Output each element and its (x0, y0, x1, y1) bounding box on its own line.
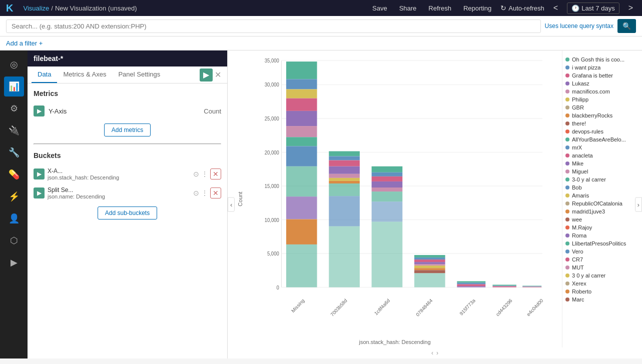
svg-rect-33 (329, 166, 360, 174)
search-input[interactable] (6, 20, 541, 33)
legend-dot (565, 66, 569, 70)
legend-item[interactable]: Oh Gosh this is coo... (565, 56, 639, 64)
run-button[interactable]: ▶ (200, 68, 213, 82)
legend-item[interactable]: there! (565, 120, 639, 128)
legend-item[interactable]: Roma (565, 232, 639, 240)
legend-text: wee (572, 216, 582, 222)
legend-item[interactable]: 3 0 y al carrer (565, 272, 639, 280)
y-axis-label: Count (237, 192, 243, 206)
legend-item[interactable]: mrX (565, 144, 639, 152)
svg-rect-18 (286, 62, 317, 79)
svg-text:35,000: 35,000 (265, 58, 280, 64)
sidebar-icon-tools[interactable]: 🔧 (4, 142, 24, 162)
sidebar-icon-plugins[interactable]: 🔌 (4, 120, 24, 140)
time-range-button[interactable]: 🕐 Last 7 days (567, 2, 619, 14)
bucket-dots-2[interactable]: ⋮ (201, 189, 208, 197)
svg-rect-65 (522, 286, 541, 287)
legend-item[interactable]: LlibertatPresosPolitics (565, 240, 639, 248)
legend-dot (565, 90, 569, 94)
legend-item[interactable]: Amaris (565, 192, 639, 200)
legend-item[interactable]: Roberto (565, 288, 639, 296)
legend-item[interactable]: CR7 (565, 256, 639, 264)
bucket-toggle-2[interactable]: ⊙ (193, 189, 199, 197)
bucket-toggle-1[interactable]: ⊙ (193, 170, 199, 178)
refresh-button[interactable]: Refresh (425, 2, 454, 14)
add-sub-buckets-button[interactable]: Add sub-buckets (98, 206, 157, 220)
legend-item[interactable]: madrid1juve3 (565, 208, 639, 216)
legend-item[interactable]: GBR (565, 104, 639, 112)
legend-item[interactable]: Vero (565, 248, 639, 256)
legend-text: Grafana is better (572, 72, 613, 78)
legend-dot (565, 98, 569, 102)
legend-text: mrX (572, 144, 582, 150)
legend-dot (565, 250, 569, 254)
legend-item[interactable]: i want pizza (565, 64, 639, 72)
sidebar-icon-play[interactable]: ▶ (4, 252, 24, 272)
chart-svg: 0 5,000 10,000 15,000 20,000 25,000 30,0… (258, 56, 552, 318)
metric-value: Count (204, 108, 221, 115)
sidebar-icon-home[interactable]: ◎ (4, 54, 24, 74)
reporting-button[interactable]: Reporting (460, 2, 494, 14)
svg-text:15,000: 15,000 (265, 184, 280, 189)
sidebar-icon-visualize[interactable]: 📊 (4, 76, 24, 96)
bucket-delete-1[interactable]: ✕ (210, 168, 221, 180)
legend-item[interactable]: Mike (565, 160, 639, 168)
chart-toggle-left-button[interactable]: ‹ (228, 198, 235, 212)
legend-item[interactable]: anacleta (565, 152, 639, 160)
legend-item[interactable]: Marc (565, 296, 639, 304)
sidebar-icon-alerts[interactable]: ⚡ (4, 186, 24, 206)
sidebar-icon-health[interactable]: 💊 (4, 164, 24, 184)
legend-item[interactable]: macnificos.com (565, 88, 639, 96)
legend-dot (565, 186, 569, 190)
sidebar-icon-shapes[interactable]: ⬡ (4, 230, 24, 250)
chart-toggle-right-button[interactable]: › (635, 198, 642, 212)
legend-item[interactable]: Xerex (565, 280, 639, 288)
legend-item[interactable]: Grafana is better (565, 72, 639, 80)
save-button[interactable]: Save (369, 2, 390, 14)
search-button[interactable]: 🔍 (617, 19, 636, 33)
panel-close-button[interactable]: ✕ (213, 68, 223, 82)
legend-dot (565, 218, 569, 222)
legend-item[interactable]: Bob (565, 184, 639, 192)
share-button[interactable]: Share (396, 2, 420, 14)
nav-prev-button[interactable]: < (550, 2, 561, 14)
chart-scroll-left-button[interactable]: ‹ (431, 350, 433, 356)
svg-rect-55 (414, 270, 445, 273)
legend-text: Roberto (572, 288, 591, 294)
auto-refresh-button[interactable]: ↻ Auto-refresh (500, 4, 544, 12)
sidebar-icon-discover[interactable]: ⚙ (4, 98, 24, 118)
svg-rect-43 (372, 182, 403, 188)
add-filter-button[interactable]: Add a filter + (6, 40, 43, 47)
legend-item[interactable]: Philipp (565, 96, 639, 104)
bucket-expand-button-1[interactable]: ▶ (34, 168, 45, 180)
legend-item[interactable]: Lukasz (565, 80, 639, 88)
tab-data[interactable]: Data (32, 66, 57, 83)
sidebar-icon-user[interactable]: 👤 (4, 208, 24, 228)
metrics-title: Metrics (34, 90, 221, 98)
tab-panel-settings[interactable]: Panel Settings (112, 66, 166, 83)
tab-metrics-axes[interactable]: Metrics & Axes (57, 66, 112, 83)
legend-dot (565, 178, 569, 182)
legend-dot (565, 258, 569, 262)
breadcrumb-visualize[interactable]: Visualize (23, 4, 49, 12)
legend-item[interactable]: M.Rajoy (565, 224, 639, 232)
legend-dot (565, 234, 569, 238)
bucket-dots-1[interactable]: ⋮ (201, 170, 208, 178)
bucket-delete-2[interactable]: ✕ (210, 188, 221, 198)
legend-item[interactable]: AllYourBaseAreBelo... (565, 136, 639, 144)
legend-item[interactable]: devops-rules (565, 128, 639, 136)
lucene-syntax-link[interactable]: Uses lucene query syntax (545, 22, 613, 30)
svg-text:cd443296: cd443296 (495, 298, 513, 317)
metric-expand-button[interactable]: ▶ (34, 106, 45, 116)
legend-item[interactable]: MUT (565, 264, 639, 272)
nav-next-button[interactable]: > (625, 2, 636, 14)
chart-scroll-right-button[interactable]: › (436, 350, 438, 356)
legend-item[interactable]: wee (565, 216, 639, 224)
svg-rect-61 (492, 285, 516, 286)
legend-item[interactable]: blackberryRocks (565, 112, 639, 120)
bucket-expand-button-2[interactable]: ▶ (34, 188, 45, 198)
legend-item[interactable]: RepublicOfCatalonia (565, 200, 639, 208)
legend-item[interactable]: Miguel (565, 168, 639, 176)
legend-item[interactable]: 3-0 y al carrer (565, 176, 639, 184)
add-metrics-button[interactable]: Add metrics (104, 124, 151, 136)
